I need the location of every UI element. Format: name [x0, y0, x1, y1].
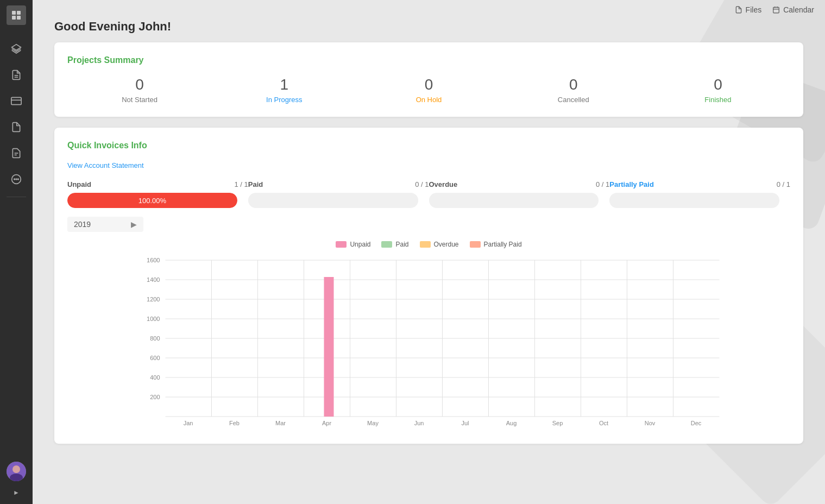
invoice-partial-progress-container	[609, 193, 779, 208]
svg-text:1000: 1000	[147, 316, 160, 322]
quick-invoices-card: Quick Invoices Info View Account Stateme…	[54, 128, 803, 444]
invoice-unpaid-header: Unpaid 1 / 1	[67, 180, 248, 188]
invoice-overdue-header: Overdue 0 / 1	[429, 180, 610, 188]
invoice-overdue-label: Overdue	[429, 180, 458, 188]
page-greeting: Good Evening John!	[54, 20, 803, 34]
legend-paid-label: Paid	[395, 241, 408, 248]
main-content: Files Calendar Good Evening John! Projec…	[33, 0, 825, 504]
invoice-paid-value: 0 / 1	[415, 180, 429, 188]
sidebar: ►	[0, 0, 33, 504]
sidebar-item-credit[interactable]	[7, 91, 26, 111]
svg-rect-18	[773, 7, 779, 12]
stat-finished-label: Finished	[646, 96, 790, 104]
stat-finished: 0 Finished	[646, 76, 790, 104]
svg-text:200: 200	[150, 394, 160, 400]
projects-title: Projects Summary	[67, 55, 790, 65]
legend-partial-swatch	[470, 241, 481, 248]
files-label: Files	[746, 5, 762, 14]
svg-text:Feb: Feb	[229, 420, 240, 426]
content-area: Good Evening John! Projects Summary 0 No…	[33, 20, 825, 476]
invoice-unpaid-progress-bar: 100.00%	[67, 193, 237, 208]
legend-overdue-label: Overdue	[434, 241, 459, 248]
legend-unpaid: Unpaid	[336, 241, 370, 248]
invoice-partial-label: Partially Paid	[609, 180, 654, 188]
sidebar-item-files[interactable]	[7, 65, 26, 85]
calendar-icon	[772, 6, 780, 14]
svg-text:Jun: Jun	[414, 420, 424, 426]
stat-in-progress-label: In Progress	[212, 96, 356, 104]
stat-in-progress-number: 1	[212, 76, 356, 93]
invoice-unpaid-value: 1 / 1	[234, 180, 248, 188]
calendar-link[interactable]: Calendar	[772, 5, 814, 14]
stat-not-started-number: 0	[67, 76, 212, 93]
invoice-unpaid: Unpaid 1 / 1 100.00%	[67, 180, 248, 208]
sidebar-item-layers[interactable]	[7, 39, 26, 59]
view-account-statement-link[interactable]: View Account Statement	[67, 161, 790, 169]
svg-text:Jul: Jul	[461, 420, 469, 426]
invoice-paid-progress-container	[248, 193, 418, 208]
legend-paid: Paid	[381, 241, 408, 248]
svg-text:Sep: Sep	[552, 420, 563, 426]
stat-on-hold-label: On Hold	[356, 96, 501, 104]
stat-finished-number: 0	[646, 76, 790, 93]
invoice-overdue-value: 0 / 1	[596, 180, 609, 188]
legend-partial-label: Partially Paid	[484, 241, 522, 248]
topbar: Files Calendar	[33, 0, 825, 20]
stat-cancelled: 0 Cancelled	[501, 76, 646, 104]
svg-text:Mar: Mar	[275, 420, 286, 426]
svg-text:1600: 1600	[147, 257, 160, 263]
invoice-unpaid-progress-container: 100.00%	[67, 193, 237, 208]
chart-legend: Unpaid Paid Overdue Partially Paid	[67, 241, 790, 248]
stat-not-started: 0 Not Started	[67, 76, 212, 104]
stat-on-hold-number: 0	[356, 76, 501, 93]
invoice-overdue-progress-container	[429, 193, 599, 208]
invoice-overdue: Overdue 0 / 1	[429, 180, 610, 208]
calendar-label: Calendar	[783, 5, 814, 14]
svg-text:400: 400	[150, 374, 160, 381]
svg-text:1200: 1200	[147, 296, 160, 303]
legend-partial: Partially Paid	[470, 241, 522, 248]
invoice-partial: Partially Paid 0 / 1	[609, 180, 790, 208]
projects-stats-row: 0 Not Started 1 In Progress 0 On Hold 0 …	[67, 76, 790, 104]
legend-unpaid-swatch	[336, 241, 347, 248]
svg-text:600: 600	[150, 355, 160, 361]
file-icon	[735, 6, 742, 14]
svg-point-16	[12, 465, 20, 473]
svg-text:Apr: Apr	[322, 420, 331, 426]
sidebar-logo[interactable]	[7, 5, 26, 25]
sidebar-item-messages[interactable]	[7, 169, 26, 189]
year-selector-arrow: ▶	[131, 220, 137, 229]
invoice-paid: Paid 0 / 1	[248, 180, 429, 208]
files-link[interactable]: Files	[735, 5, 762, 14]
svg-text:Oct: Oct	[599, 420, 608, 426]
svg-text:Nov: Nov	[645, 420, 656, 426]
legend-overdue: Overdue	[420, 241, 459, 248]
svg-text:Aug: Aug	[506, 420, 517, 426]
invoice-stats-row: Unpaid 1 / 1 100.00% Paid 0 / 1	[67, 180, 790, 208]
stat-in-progress: 1 In Progress	[212, 76, 356, 104]
avatar[interactable]	[7, 462, 26, 481]
invoice-unpaid-label: Unpaid	[67, 180, 91, 188]
svg-rect-3	[17, 16, 21, 20]
svg-text:May: May	[367, 420, 379, 426]
svg-point-14	[18, 179, 19, 180]
svg-rect-0	[12, 11, 16, 15]
stat-on-hold: 0 On Hold	[356, 76, 501, 104]
bar-april-unpaid	[324, 277, 334, 417]
chart-svg: 1600 1400 1200 1000 800 600 400 200	[73, 255, 790, 429]
legend-paid-swatch	[381, 241, 392, 248]
invoices-title: Quick Invoices Info	[67, 141, 790, 150]
sidebar-expand-button[interactable]: ►	[11, 487, 22, 499]
sidebar-divider	[7, 197, 26, 197]
sidebar-item-invoice[interactable]	[7, 143, 26, 163]
stat-cancelled-number: 0	[501, 76, 646, 93]
projects-summary-card: Projects Summary 0 Not Started 1 In Prog…	[54, 42, 803, 117]
stat-not-started-label: Not Started	[67, 96, 212, 104]
sidebar-item-doc[interactable]	[7, 117, 26, 137]
svg-text:1400: 1400	[147, 276, 160, 283]
year-selector[interactable]: 2019 ▶	[67, 217, 143, 232]
svg-text:Jan: Jan	[184, 420, 193, 426]
invoice-partial-header: Partially Paid 0 / 1	[609, 180, 790, 188]
legend-unpaid-label: Unpaid	[350, 241, 370, 248]
svg-rect-7	[11, 97, 21, 104]
